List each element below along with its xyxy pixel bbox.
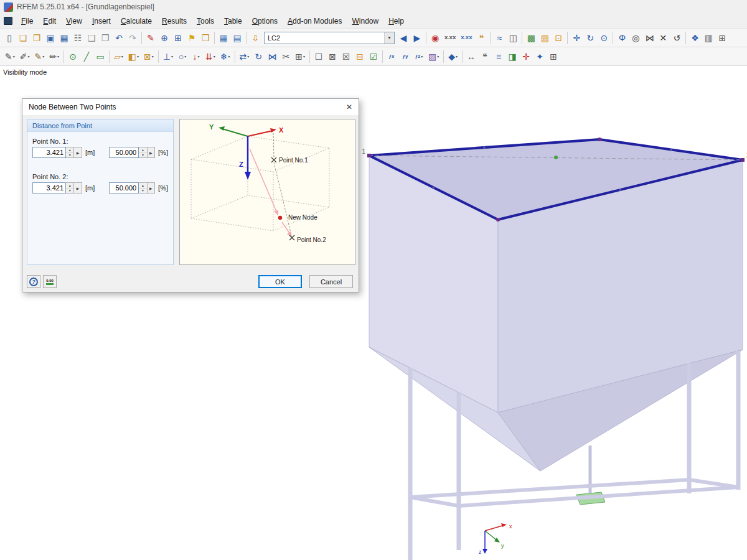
dropdown-caret-icon[interactable]: ▾	[171, 54, 173, 58]
dimensions-icon[interactable]: ↔	[464, 49, 478, 64]
point1-distance-options-button[interactable]: ▶	[74, 147, 82, 158]
spin-up-icon[interactable]: ▲	[66, 147, 73, 152]
menu-item-options[interactable]: Options	[247, 15, 283, 27]
show-table-icon[interactable]: ▦	[217, 30, 230, 45]
save-icon[interactable]: ▣	[44, 30, 57, 45]
visibility-mode-icon[interactable]: Φ	[615, 30, 629, 45]
open-project-icon[interactable]: ❐	[30, 30, 44, 45]
show-result-values-icon[interactable]: X.XX	[458, 30, 474, 45]
extras-icon[interactable]: ✦	[533, 49, 547, 64]
select-all-icon[interactable]: ☐	[312, 49, 326, 64]
menu-item-file[interactable]: File	[16, 15, 38, 27]
point2-percent-options-button[interactable]: ▶	[148, 182, 155, 194]
menu-item-add-on-modules[interactable]: Add-on Modules	[283, 15, 347, 27]
solid-display-icon[interactable]: ◨	[505, 49, 519, 64]
comments-icon[interactable]: ❝	[474, 30, 488, 45]
menu-item-window[interactable]: Window	[347, 15, 383, 27]
menu-item-table[interactable]: Table	[219, 15, 247, 27]
new-line-icon[interactable]: ╱	[80, 49, 93, 64]
next-load-case-icon[interactable]: ▶	[410, 30, 424, 45]
axis-systems-icon[interactable]: ✛	[519, 49, 533, 64]
new-model-icon[interactable]: ▯	[2, 30, 16, 45]
new-opening-icon[interactable]: ⊠▾	[141, 49, 156, 64]
menu-item-edit[interactable]: Edit	[38, 15, 61, 27]
spin-up-icon[interactable]: ▲	[139, 147, 146, 152]
spin-up-icon[interactable]: ▲	[66, 183, 73, 188]
point1-percent-spinner[interactable]: ▲ ▼	[139, 147, 147, 158]
dropdown-caret-icon[interactable]: ▾	[228, 54, 230, 58]
new-surface-icon[interactable]: ▱▾	[111, 49, 126, 64]
forces-y-icon[interactable]: ƒy	[398, 49, 412, 64]
dropdown-caret-icon[interactable]: ▾	[303, 54, 305, 58]
new-solid-icon[interactable]: ◧▾	[126, 49, 141, 64]
new-support-icon[interactable]: ⊥▾	[161, 49, 176, 64]
spin-down-icon[interactable]: ▼	[66, 152, 73, 158]
snap-settings-icon[interactable]: ✎▾	[2, 49, 17, 64]
view-manager-icon[interactable]: ❖	[688, 30, 702, 45]
help-button[interactable]: ?	[27, 275, 40, 288]
point1-percent-input[interactable]	[109, 147, 139, 158]
show-load-values-icon[interactable]: X.XX	[442, 30, 458, 45]
save-snapshot-icon[interactable]: ❒	[199, 30, 212, 45]
layers-icon[interactable]: ≡	[492, 49, 505, 64]
load-case-combobox[interactable]: LC2 ▼	[264, 32, 395, 44]
grid-toggle-icon[interactable]: ⊞	[715, 30, 729, 45]
close-icon[interactable]: ✕	[340, 100, 359, 114]
cancel-button[interactable]: Cancel	[309, 275, 353, 288]
mirror-view-icon[interactable]: ⋈	[642, 30, 656, 45]
zoom-window-icon[interactable]: ⊞	[171, 30, 185, 45]
regenerate-icon[interactable]: ↺	[670, 30, 684, 45]
child-window-icon[interactable]	[4, 17, 12, 25]
numbering-icon[interactable]: ⊟	[353, 49, 367, 64]
spin-down-icon[interactable]: ▼	[139, 152, 146, 158]
annotations-icon[interactable]: ❝	[478, 49, 492, 64]
new-load-icon[interactable]: ↓▾	[189, 49, 203, 64]
dropdown-caret-icon[interactable]: ▾	[437, 54, 439, 58]
dropdown-caret-icon[interactable]: ▾	[214, 54, 215, 58]
point2-distance-spinner[interactable]: ▲ ▼	[66, 182, 74, 194]
spin-down-icon[interactable]: ▼	[66, 188, 73, 194]
point1-distance-input[interactable]	[32, 147, 66, 158]
menu-item-tools[interactable]: Tools	[192, 15, 219, 27]
invert-selection-icon[interactable]: ☒	[339, 49, 353, 64]
show-flags-icon[interactable]: ⚑	[185, 30, 199, 45]
load-generation-icon[interactable]: ⇊▾	[203, 49, 218, 64]
superposition-icon[interactable]: ◉	[428, 30, 442, 45]
previous-load-case-icon[interactable]: ◀	[397, 30, 410, 45]
point2-percent-input[interactable]	[109, 182, 139, 194]
table-manager-icon[interactable]: ▤	[230, 30, 244, 45]
print-preview-icon[interactable]: ◫	[506, 30, 520, 45]
copy-graphic-icon[interactable]: ❑	[85, 30, 98, 45]
snap-percent-icon[interactable]: ✎▾	[32, 49, 47, 64]
dropdown-caret-icon[interactable]: ▾	[456, 54, 458, 58]
new-hinge-icon[interactable]: ○▾	[176, 49, 189, 64]
print-icon[interactable]: ☷	[71, 30, 85, 45]
dropdown-caret-icon[interactable]: ▾	[57, 54, 59, 58]
section-view-icon[interactable]: ▩	[524, 30, 538, 45]
open-model-icon[interactable]: ❏	[16, 30, 30, 45]
dialog-title-bar[interactable]: Node Between Two Points ✕	[22, 99, 359, 115]
connect-members-icon[interactable]: ⊞▾	[293, 49, 308, 64]
zoom-extents-icon[interactable]: ⊙	[597, 30, 611, 45]
menu-item-help[interactable]: Help	[383, 15, 409, 27]
dropdown-caret-icon[interactable]: ▾	[137, 54, 139, 58]
spin-down-icon[interactable]: ▼	[139, 188, 146, 194]
point2-distance-input[interactable]	[32, 182, 66, 194]
units-settings-button[interactable]: 0.00	[43, 275, 57, 288]
edit-pen-icon[interactable]: ✎	[144, 30, 157, 45]
menu-item-view[interactable]: View	[61, 15, 87, 27]
forces-z-icon[interactable]: ƒz▾	[412, 49, 426, 64]
snap-perpendicular-icon[interactable]: ✏▾	[47, 49, 62, 64]
forces-x-icon[interactable]: ƒx	[385, 49, 398, 64]
delete-icon[interactable]: ✕	[656, 30, 670, 45]
save-all-icon[interactable]: ▦	[57, 30, 71, 45]
move-view-icon[interactable]: ✛	[570, 30, 583, 45]
guidelines-icon[interactable]: ✐▾	[17, 49, 32, 64]
rotate-objects-icon[interactable]: ↻	[251, 49, 265, 64]
divide-member-icon[interactable]: ✂	[279, 49, 293, 64]
block-manager-icon[interactable]: ❒	[98, 30, 112, 45]
dropdown-caret-icon[interactable]: ▾	[247, 54, 249, 58]
plausibility-check-icon[interactable]: ☑	[367, 49, 380, 64]
rotate-view-icon[interactable]: ↻	[583, 30, 597, 45]
spin-up-icon[interactable]: ▲	[139, 183, 146, 188]
